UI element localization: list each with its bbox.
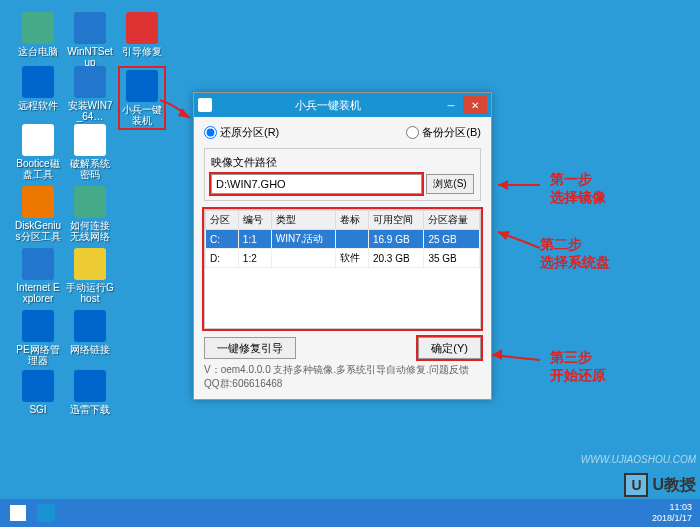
icon-label: Bootice磁盘工具 xyxy=(14,158,62,180)
window-title: 小兵一键装机 xyxy=(216,98,439,113)
status-text: V：oem4.0.0.0 支持多种镜像.多系统引导自动修复.问题反馈QQ群:60… xyxy=(204,359,481,395)
watermark-url: WWW.UJIAOSHOU.COM xyxy=(581,454,696,465)
desktop-icon[interactable]: Internet Explorer xyxy=(14,248,62,304)
step-2-label: 第二步选择系统盘 xyxy=(540,235,610,271)
dialog-body: 还原分区(R) 备份分区(B) 映像文件路径 浏览(S) 分区编号类型卷标可用空… xyxy=(194,117,491,399)
desktop-icon[interactable]: WinNTSetup xyxy=(66,12,114,68)
column-header[interactable]: 卷标 xyxy=(336,211,369,230)
icon-label: SGI xyxy=(14,404,62,415)
desktop-icon[interactable]: SGI xyxy=(14,370,62,415)
desktop-icon[interactable]: 破解系统密码 xyxy=(66,124,114,180)
icon-label: 小兵一键装机 xyxy=(122,104,162,126)
desktop-icon[interactable]: Bootice磁盘工具 xyxy=(14,124,62,180)
taskbar: 11:03 2018/1/17 xyxy=(0,499,700,527)
desktop-icon[interactable]: 远程软件 xyxy=(14,66,62,111)
icon-label: 手动运行Ghost xyxy=(66,282,114,304)
app-icon xyxy=(74,186,106,218)
app-icon xyxy=(22,248,54,280)
desktop-icon[interactable]: 网络链接 xyxy=(66,310,114,355)
icon-label: 远程软件 xyxy=(14,100,62,111)
app-icon xyxy=(126,70,158,102)
image-path-input[interactable] xyxy=(211,174,422,194)
app-icon xyxy=(74,124,106,156)
desktop-icon[interactable]: 安装WIN7_64… xyxy=(66,66,114,122)
icon-label: PE网络管理器 xyxy=(14,344,62,366)
close-button[interactable]: ✕ xyxy=(463,96,487,114)
radio-backup[interactable]: 备份分区(B) xyxy=(406,125,481,140)
windows-logo-icon xyxy=(10,505,26,521)
repair-boot-button[interactable]: 一键修复引导 xyxy=(204,337,296,359)
icon-label: 网络链接 xyxy=(66,344,114,355)
desktop-icon[interactable]: 手动运行Ghost xyxy=(66,248,114,304)
desktop-icon[interactable]: 这台电脑 xyxy=(14,12,62,57)
icon-label: 这台电脑 xyxy=(14,46,62,57)
icon-label: 迅雷下载 xyxy=(66,404,114,415)
app-icon xyxy=(74,66,106,98)
desktop-icon[interactable]: 小兵一键装机 xyxy=(118,66,166,130)
app-icon xyxy=(22,124,54,156)
icon-label: Internet Explorer xyxy=(14,282,62,304)
app-icon xyxy=(74,310,106,342)
table-row[interactable]: D:1:2软件20.3 GB35 GB xyxy=(206,249,480,268)
app-icon xyxy=(74,248,106,280)
app-icon xyxy=(74,12,106,44)
icon-label: WinNTSetup xyxy=(66,46,114,68)
desktop-icon[interactable]: 引导修复 xyxy=(118,12,166,57)
app-icon xyxy=(22,186,54,218)
radio-restore[interactable]: 还原分区(R) xyxy=(204,125,279,140)
app-icon xyxy=(22,370,54,402)
path-label: 映像文件路径 xyxy=(211,155,474,170)
app-icon xyxy=(198,98,212,112)
step-1-label: 第一步选择镜像 xyxy=(550,170,606,206)
app-icon xyxy=(22,310,54,342)
system-tray[interactable]: 11:03 2018/1/17 xyxy=(652,502,696,524)
step-3-label: 第三步开始还原 xyxy=(550,348,606,384)
watermark-logo: U U教授 xyxy=(624,473,696,497)
start-button[interactable] xyxy=(4,501,32,525)
desktop-icon[interactable]: 如何连接无线网络 xyxy=(66,186,114,242)
minimize-button[interactable]: ─ xyxy=(439,96,463,114)
icon-label: 如何连接无线网络 xyxy=(66,220,114,242)
app-icon xyxy=(22,66,54,98)
column-header[interactable]: 可用空间 xyxy=(368,211,424,230)
icon-label: 安装WIN7_64… xyxy=(66,100,114,122)
titlebar[interactable]: 小兵一键装机 ─ ✕ xyxy=(194,93,491,117)
icon-label: 引导修复 xyxy=(118,46,166,57)
icon-label: DiskGenius分区工具 xyxy=(14,220,62,242)
icon-label: 破解系统密码 xyxy=(66,158,114,180)
app-icon xyxy=(74,370,106,402)
table-row[interactable]: C:1:1WIN7,活动16.9 GB25 GB xyxy=(206,230,480,249)
partition-table[interactable]: 分区编号类型卷标可用空间分区容量 C:1:1WIN7,活动16.9 GB25 G… xyxy=(204,209,481,329)
column-header[interactable]: 分区容量 xyxy=(424,211,480,230)
app-icon xyxy=(126,12,158,44)
desktop-icon[interactable]: PE网络管理器 xyxy=(14,310,62,366)
column-header[interactable]: 类型 xyxy=(271,211,335,230)
installer-dialog: 小兵一键装机 ─ ✕ 还原分区(R) 备份分区(B) 映像文件路径 浏览(S) … xyxy=(193,92,492,400)
browse-button[interactable]: 浏览(S) xyxy=(426,174,474,194)
column-header[interactable]: 分区 xyxy=(206,211,239,230)
desktop-icon[interactable]: DiskGenius分区工具 xyxy=(14,186,62,242)
ok-button[interactable]: 确定(Y) xyxy=(418,337,481,359)
taskbar-app-icon[interactable] xyxy=(32,501,60,525)
desktop-icon[interactable]: 迅雷下载 xyxy=(66,370,114,415)
column-header[interactable]: 编号 xyxy=(238,211,271,230)
app-icon xyxy=(22,12,54,44)
